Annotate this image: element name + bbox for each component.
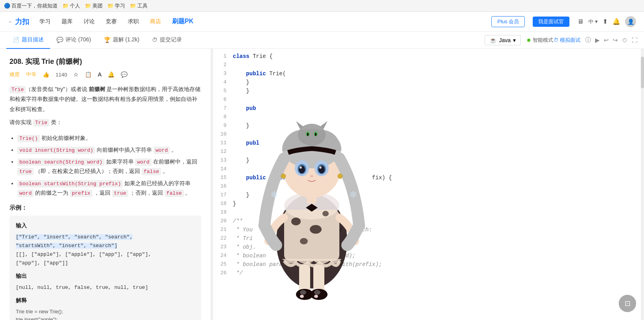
- line-number-1: 1: [213, 52, 233, 61]
- export-icon[interactable]: ⬆: [603, 18, 608, 25]
- method-list: Trie() 初始化前缀树对象。 void insert(String word…: [17, 134, 201, 198]
- line-number-5: 5: [213, 87, 233, 95]
- nav-shop[interactable]: 商店: [148, 17, 163, 27]
- explain-text-1: Trie trie = new Trie();: [16, 308, 195, 316]
- redo-icon[interactable]: ↪: [613, 37, 618, 44]
- bookmark-learning[interactable]: 📁 学习: [107, 2, 125, 9]
- tab-solutions[interactable]: 🏆 题解 (1.2k): [97, 32, 146, 49]
- code-line-13: 13 }: [213, 156, 644, 165]
- language-selector-dropdown[interactable]: ☕ Java ▾: [485, 35, 521, 45]
- line-number-20: 20: [213, 217, 233, 225]
- solutions-icon: 🏆: [104, 37, 110, 43]
- problem-description-panel: 208. 实现 Trie (前缀树) 难度 中等 👍 1140 ☆ 📋 A 🔔 …: [0, 49, 211, 320]
- browser-bookmarks: 🔵 百度一下，你就知道 📁 个人 📁 美团 📁 学习 📁 工具: [4, 2, 148, 9]
- code-line-3: 3 public Trie(: [213, 69, 644, 78]
- input-value: ["Trie", "insert", "search", "search", "…: [16, 233, 195, 268]
- code-line-12: 12: [213, 147, 644, 156]
- avatar-icon[interactable]: 👤: [625, 16, 636, 27]
- scroll-thumb[interactable]: [641, 57, 644, 88]
- language-selector[interactable]: 中 ▾: [588, 18, 598, 25]
- plus-member-button[interactable]: Plus 会员: [491, 16, 525, 27]
- line-number-22: 22: [213, 234, 233, 243]
- code-line-7: 7 pub: [213, 104, 644, 113]
- code-line-16: 16: [213, 182, 644, 191]
- line-number-16: 16: [213, 182, 233, 191]
- line-number-21: 21: [213, 225, 233, 234]
- code-line-6: 6: [213, 95, 644, 104]
- line-number-14: 14: [213, 165, 233, 173]
- method-item-startswith: boolean startsWith(String prefix) 如果之前已经…: [17, 179, 201, 198]
- nav-problems[interactable]: 题库: [59, 17, 75, 27]
- line-content-17: }: [233, 191, 644, 199]
- problem-description: Trie（发音类似 "try"）或者说 前缀树 是一种树形数据结构，用于高效地存…: [9, 84, 201, 127]
- nav-links: 学习 题库 讨论 竞赛 求职 商店 刷题PK: [37, 16, 196, 27]
- svg-point-34: [300, 290, 306, 295]
- code-editor[interactable]: 1 class Trie { 2 3 public Trie( 4 } 5: [213, 49, 644, 320]
- folder-icon-learning: 📁: [107, 3, 114, 9]
- simulate-interview-button[interactable]: ⏱ 模拟面试: [553, 37, 580, 44]
- svg-point-37: [314, 295, 318, 298]
- interviewer-button[interactable]: 我是面试官: [533, 17, 569, 27]
- comment-icon[interactable]: 💬: [121, 71, 127, 78]
- fab-button[interactable]: ⊡: [619, 295, 636, 312]
- nav-contest[interactable]: 竞赛: [103, 17, 119, 27]
- scrollbar[interactable]: [641, 49, 644, 320]
- problem-meta: 难度 中等 👍 1140 ☆ 📋 A 🔔 💬: [9, 71, 201, 78]
- explain-label: 解释: [16, 296, 195, 305]
- line-content-26: */: [233, 269, 644, 277]
- tab-bar: 📄 题目描述 💬 评论 (706) 🏆 题解 (1.2k) ⏱ 提交记录 ☕ J…: [0, 32, 644, 49]
- line-content-9: }: [233, 121, 644, 130]
- bookmark-personal[interactable]: 📁 个人: [62, 2, 80, 9]
- nav-pk[interactable]: 刷题PK: [170, 16, 196, 27]
- run-icon[interactable]: ▶: [595, 37, 600, 44]
- example-box: 输入 ["Trie", "insert", "search", "search"…: [9, 216, 201, 320]
- nav-jobs[interactable]: 求职: [125, 17, 141, 27]
- fullscreen-icon[interactable]: ⛶: [632, 37, 638, 43]
- bookmark-tools[interactable]: 📁 工具: [130, 2, 148, 9]
- tab-description[interactable]: 📄 题目描述: [6, 32, 50, 49]
- difficulty-label: 难度: [9, 71, 20, 78]
- code-line-19: 19: [213, 208, 644, 217]
- smart-mode-indicator[interactable]: 智能模式: [527, 37, 553, 44]
- code-line-10: 10: [213, 130, 644, 139]
- star-icon[interactable]: ☆: [73, 71, 79, 78]
- back-arrow-icon[interactable]: ←: [8, 19, 13, 25]
- code-line-26: 26 */: [213, 269, 644, 277]
- explain-text-2: trie.insert("apple");: [16, 316, 195, 320]
- copy-icon[interactable]: 📋: [85, 71, 92, 78]
- nav-discuss[interactable]: 讨论: [81, 17, 97, 27]
- code-line-17: 17 }: [213, 191, 644, 199]
- line-content-20: /**: [233, 217, 644, 225]
- bookmark-baidu[interactable]: 🔵 百度一下，你就知道: [4, 2, 58, 9]
- browser-toolbar: 🔵 百度一下，你就知道 📁 个人 📁 美团 📁 学习 📁 工具: [0, 0, 644, 12]
- tab-comments[interactable]: 💬 评论 (706): [50, 32, 97, 49]
- timer-icon[interactable]: ⏲: [622, 37, 628, 43]
- logo[interactable]: ← 力扣: [8, 17, 29, 26]
- bookmark-meituan[interactable]: 📁 美团: [85, 2, 103, 9]
- output-label: 输出: [16, 272, 195, 281]
- device-icon[interactable]: 🖥: [577, 18, 584, 25]
- line-number-2: 2: [213, 61, 233, 69]
- line-content-22: * Tri: [233, 234, 644, 243]
- code-line-20: 20 /**: [213, 217, 644, 225]
- line-content-1: class Trie {: [233, 52, 644, 61]
- description-icon: 📄: [13, 37, 19, 43]
- nav-learning[interactable]: 学习: [37, 17, 53, 27]
- line-content-24: * boolean d);: [233, 251, 644, 260]
- info-icon[interactable]: ⓘ: [585, 36, 591, 44]
- line-number-26: 26: [213, 269, 233, 277]
- like-icon[interactable]: 👍: [43, 71, 49, 78]
- output-value: [null, null, true, false, true, null, tr…: [16, 283, 195, 292]
- editor-toolbar-right: ⏱ 模拟面试 ⓘ ▶ ↩ ↪ ⏲ ⛶: [553, 36, 638, 44]
- notification-icon[interactable]: 🔔: [612, 18, 620, 25]
- code-line-23: 23 * obj.: [213, 243, 644, 251]
- folder-icon-tools: 📁: [130, 3, 136, 9]
- undo-icon[interactable]: ↩: [604, 37, 609, 44]
- line-content-23: * obj.: [233, 243, 644, 251]
- tab-submissions[interactable]: ⏱ 提交记录: [146, 32, 188, 49]
- code-line-22: 22 * Tri: [213, 234, 644, 243]
- line-number-7: 7: [213, 104, 233, 113]
- translate-icon[interactable]: A: [98, 71, 101, 78]
- code-line-25: 25 * boolean para sWith(prefix);: [213, 260, 644, 269]
- bell-icon[interactable]: 🔔: [108, 71, 114, 78]
